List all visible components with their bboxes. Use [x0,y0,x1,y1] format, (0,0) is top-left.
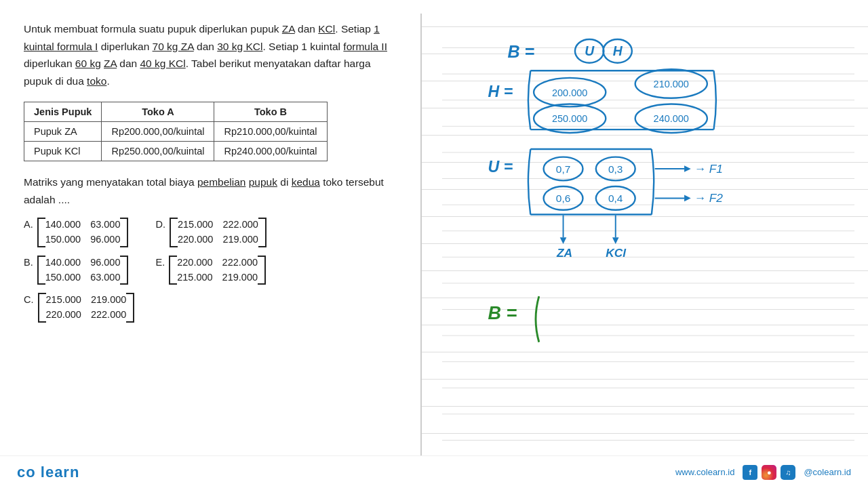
option-c-label: C. [24,293,34,308]
option-c-bracket-right [126,293,134,323]
svg-text:U =: U = [488,158,513,176]
options-row-2: B. 140.000 96.000 150.000 63.000 [24,256,400,285]
option-e-row1: 220.000 222.000 [177,256,258,270]
cell-tokb-kcl: Rp240.000,00/kuintal [214,142,327,161]
svg-marker-47 [684,195,691,202]
option-b-label: B. [24,256,33,270]
option-c-row2: 220.000 222.000 [46,308,127,323]
cell-jenis-kcl: Pupuk KCl [24,142,102,161]
svg-text:U: U [585,44,595,58]
b-r1c1: 140.000 [45,256,81,270]
svg-text:B =: B = [488,303,517,323]
svg-text:240.000: 240.000 [654,113,689,124]
option-a-matrix: 140.000 63.000 150.000 96.000 [37,218,129,247]
option-a-values: 140.000 63.000 150.000 96.000 [45,218,121,247]
svg-text:210.000: 210.000 [654,79,689,89]
question-text: Matriks yang menyatakan total biaya pemb… [24,174,400,208]
math-drawing-svg: B = U H H = 200.000 210.000 [442,14,854,474]
table-row-kcl: Pupuk KCl Rp250.000,00/kuintal Rp240.000… [24,142,328,161]
svg-text:ZA: ZA [556,246,572,260]
option-a-label: A. [24,218,33,232]
table-row-za: Pupuk ZA Rp200.000,00/kuintal Rp210.000,… [24,122,328,142]
instagram-icon: ● [762,465,776,480]
svg-text:250.000: 250.000 [552,113,587,124]
option-d-row2: 220.000 219.000 [178,232,258,247]
e-r2c2: 219.000 [222,270,258,285]
option-e-row2: 215.000 219.000 [177,270,258,285]
cell-jenis-za: Pupuk ZA [24,122,102,142]
problem-text: Untuk membuat formula suatu pupuk diperl… [24,20,400,89]
option-b-bracket-right [120,256,128,285]
a-r1c2: 63.000 [90,218,120,232]
social-icons: f ● ♫ [743,465,795,480]
option-b-row1: 140.000 96.000 [45,256,121,270]
option-c-values: 215.000 219.000 220.000 222.000 [46,293,127,323]
footer-website: www.colearn.id [675,467,734,477]
tiktok-icon: ♫ [781,465,795,480]
svg-text:→ F2: → F2 [694,191,724,205]
d-r2c2: 219.000 [222,232,258,247]
a-r2c2: 96.000 [90,232,120,247]
a-r2c1: 150.000 [45,232,81,247]
d-r1c2: 222.000 [222,218,258,232]
option-a-row1: 140.000 63.000 [45,218,121,232]
a-r1c1: 140.000 [45,218,81,232]
e-r2c1: 215.000 [177,270,212,285]
table-header-jenis: Jenis Pupuk [24,102,102,122]
option-d-row1: 215.000 222.000 [178,218,258,232]
option-b-bracket-left [37,256,45,285]
svg-text:H: H [613,44,623,58]
option-a-bracket-right [120,218,128,247]
left-panel: Untuk membuat formula suatu pupuk diperl… [0,0,420,488]
option-e-values: 220.000 222.000 215.000 219.000 [177,256,258,285]
svg-text:0,4: 0,4 [608,192,623,204]
option-e-label: E. [155,256,165,270]
main-container: Untuk membuat formula suatu pupuk diperl… [0,0,868,488]
option-d-bracket-left [170,218,178,247]
svg-text:200.000: 200.000 [552,87,587,98]
d-r1c1: 215.000 [178,218,213,232]
option-c-row1: 215.000 219.000 [46,293,127,308]
table-header-toko-a: Toko A [102,102,214,122]
option-a: A. 140.000 63.000 150.000 96.000 [24,218,128,247]
option-c: C. 215.000 219.000 220.000 222.000 [24,293,134,323]
options-row-1: A. 140.000 63.000 150.000 96.000 [24,218,400,247]
b-r1c2: 96.000 [90,256,120,270]
option-e-bracket-left [169,256,177,285]
c-r1c1: 215.000 [46,293,81,308]
svg-text:0,7: 0,7 [556,163,570,175]
table-header-toko-b: Toko B [214,102,327,122]
svg-marker-53 [612,237,619,244]
option-d-matrix: 215.000 222.000 220.000 219.000 [170,218,267,247]
cell-toka-kcl: Rp250.000,00/kuintal [102,142,214,161]
d-r2c1: 220.000 [178,232,213,247]
option-d-label: D. [155,218,165,232]
svg-text:0,3: 0,3 [608,163,623,175]
options-section: A. 140.000 63.000 150.000 96.000 [24,218,400,323]
svg-text:KCl: KCl [606,246,627,260]
svg-marker-44 [684,165,691,172]
option-e-matrix: 220.000 222.000 215.000 219.000 [169,256,266,285]
svg-marker-50 [560,237,567,244]
svg-text:→ F1: → F1 [694,162,723,176]
option-b-row2: 150.000 63.000 [45,270,121,285]
option-a-row2: 150.000 96.000 [45,232,121,247]
option-c-matrix: 215.000 219.000 220.000 222.000 [38,293,135,323]
option-b-matrix: 140.000 96.000 150.000 63.000 [37,256,129,285]
e-r1c1: 220.000 [177,256,212,270]
svg-text:0,6: 0,6 [556,192,570,204]
facebook-icon: f [743,465,757,480]
option-d-bracket-right [258,218,267,247]
c-r1c2: 219.000 [91,293,126,308]
c-r2c2: 222.000 [91,308,126,323]
cell-tokb-za: Rp210.000,00/kuintal [214,122,327,142]
option-c-bracket-left [38,293,46,323]
option-e: E. 220.000 222.000 215.000 219.000 [155,256,266,285]
footer-logo: co learn [17,464,79,481]
footer: co learn www.colearn.id f ● ♫ @colearn.i… [0,455,868,488]
footer-social-handle: @colearn.id [804,467,851,477]
e-r1c2: 222.000 [222,256,258,270]
cell-toka-za: Rp200.000,00/kuintal [102,122,214,142]
svg-text:B =: B = [508,42,535,61]
option-d: D. 215.000 222.000 220.000 219.000 [155,218,266,247]
